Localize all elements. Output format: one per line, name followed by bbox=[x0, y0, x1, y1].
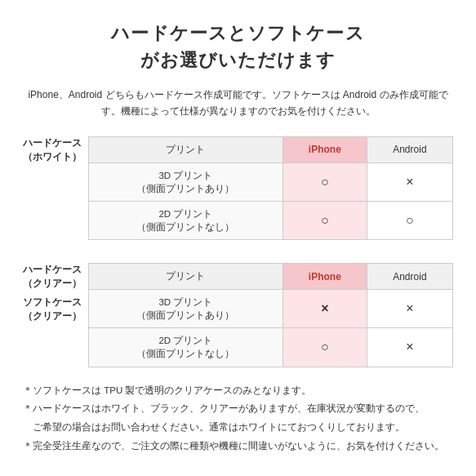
table1-row2-iphone: ○ bbox=[282, 201, 367, 239]
table2-section: ハードケース （クリアー） ソフトケース （クリアー） プリント iPhone … bbox=[23, 263, 453, 367]
table2-row1-iphone: × bbox=[282, 290, 367, 328]
table1-row2-android: ○ bbox=[367, 201, 452, 239]
table2-row1-print: 3D プリント（側面プリントあり） bbox=[89, 290, 283, 328]
table1-col-android: Android bbox=[367, 136, 452, 162]
notes-section: ＊ソフトケースは TPU 製で透明のクリアケースのみとなります。 ＊ハードケース… bbox=[23, 382, 453, 455]
table-row: 3D プリント（側面プリントあり） ○ × bbox=[89, 162, 453, 201]
table1-row1-android: × bbox=[367, 162, 452, 201]
note-2: ＊ハードケースはホワイト、ブラック、クリアーがありますが、在庫状況が変動するので… bbox=[23, 400, 453, 417]
table1-row-header: ハードケース （ホワイト） bbox=[23, 136, 88, 164]
table1: プリント iPhone Android 3D プリント（側面プリントあり） ○ … bbox=[88, 136, 453, 240]
description-text: iPhone、Android どちらもハードケース作成可能です。ソフトケースは … bbox=[23, 87, 453, 120]
table2-row2-print: 2D プリント（側面プリントなし） bbox=[89, 328, 283, 367]
table2-row2-iphone: ○ bbox=[282, 328, 367, 367]
note-1: ＊ソフトケースは TPU 製で透明のクリアケースのみとなります。 bbox=[23, 382, 453, 399]
table1-row1-iphone: ○ bbox=[282, 162, 367, 201]
table2-row2-android: × bbox=[367, 328, 452, 367]
note-4: ＊完全受注生産なので、ご注文の際に種類や機種に間違いがないように、お気を付けくだ… bbox=[23, 438, 453, 455]
table2: プリント iPhone Android 3D プリント（側面プリントあり） × … bbox=[88, 263, 453, 367]
table1-col-print: プリント bbox=[89, 136, 283, 162]
table2-col-android: Android bbox=[367, 264, 452, 290]
table2-row-header: ハードケース （クリアー） ソフトケース （クリアー） bbox=[23, 263, 88, 323]
note-3: ご希望の場合はお問い合わせください。通常はホワイトにておつくりしております。 bbox=[23, 419, 453, 436]
table2-col-iphone: iPhone bbox=[282, 264, 367, 290]
table1-col-iphone: iPhone bbox=[282, 136, 367, 162]
table2-row1-android: × bbox=[367, 290, 452, 328]
table-row: 2D プリント（側面プリントなし） ○ ○ bbox=[89, 201, 453, 239]
table-row: 3D プリント（側面プリントあり） × × bbox=[89, 290, 453, 328]
table1-row2-print: 2D プリント（側面プリントなし） bbox=[89, 201, 283, 239]
page-title: ハードケースとソフトケース がお選びいただけます bbox=[23, 20, 453, 73]
table1-section: ハードケース （ホワイト） プリント iPhone Android 3D プリン… bbox=[23, 136, 453, 240]
table-row: 2D プリント（側面プリントなし） ○ × bbox=[89, 328, 453, 367]
table1-row1-print: 3D プリント（側面プリントあり） bbox=[89, 162, 283, 201]
table2-col-print: プリント bbox=[89, 264, 283, 290]
